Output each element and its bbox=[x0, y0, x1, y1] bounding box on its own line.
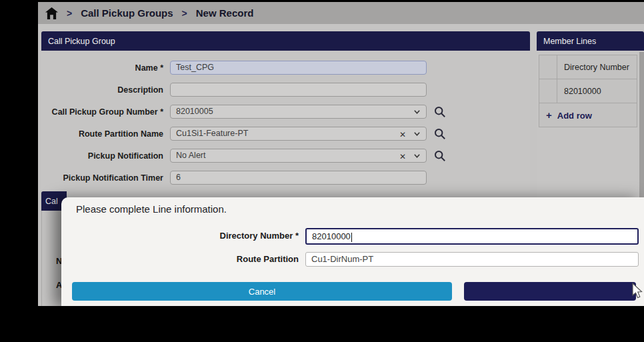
field-label: Pickup Notification Timer bbox=[41, 173, 163, 183]
scrollbar[interactable] bbox=[639, 52, 644, 199]
form-row-pickup-notification: Pickup Notification No Alert ✕ bbox=[41, 149, 530, 163]
field-label: Call Pickup Group Number * bbox=[41, 107, 163, 117]
search-icon[interactable] bbox=[434, 150, 446, 162]
member-lines-table: Directory Number 82010000 +Add row bbox=[539, 55, 637, 127]
field-label: Pickup Notification bbox=[41, 151, 163, 161]
clear-x-icon[interactable]: ✕ bbox=[399, 151, 406, 163]
chevron-down-icon[interactable] bbox=[413, 152, 421, 159]
screenshot-stage: > Call Pickup Groups > New Record Call P… bbox=[0, 0, 644, 342]
clear-x-icon[interactable]: ✕ bbox=[399, 129, 406, 141]
description-input[interactable] bbox=[170, 83, 427, 97]
call-pickup-group-panel: Call Pickup Group Name * Test_CPG Descri… bbox=[41, 31, 530, 191]
breadcrumb-item-new-record: New Record bbox=[196, 7, 254, 19]
row-selector-cell[interactable] bbox=[539, 79, 557, 103]
form-row-name: Name * Test_CPG bbox=[41, 61, 530, 75]
directory-number-cell[interactable]: 82010000 bbox=[557, 79, 637, 103]
table-row[interactable]: 82010000 bbox=[539, 79, 637, 103]
add-row-button[interactable]: +Add row bbox=[539, 103, 637, 127]
member-lines-body: Directory Number 82010000 +Add row bbox=[537, 51, 644, 199]
breadcrumb-item-call-pickup-groups[interactable]: Call Pickup Groups bbox=[81, 7, 173, 19]
dialog-message: Please complete Line information. bbox=[76, 203, 227, 215]
text-cursor bbox=[351, 233, 353, 242]
name-input[interactable]: Test_CPG bbox=[170, 61, 427, 75]
form-row-description: Description bbox=[41, 83, 530, 97]
breadcrumb: > Call Pickup Groups > New Record bbox=[38, 2, 644, 24]
search-icon[interactable] bbox=[434, 128, 446, 140]
route-partition-label: Route Partition bbox=[61, 254, 299, 264]
member-lines-panel: Member Lines Directory Number 82010000 +… bbox=[537, 31, 644, 199]
directory-number-label: Directory Number * bbox=[61, 231, 299, 241]
breadcrumb-separator: > bbox=[67, 8, 72, 19]
plus-icon: + bbox=[546, 109, 552, 121]
pickup-notification-timer-input[interactable]: 6 bbox=[170, 171, 427, 185]
field-label: Name * bbox=[41, 63, 163, 73]
form-row-pickup-notification-timer: Pickup Notification Timer 6 bbox=[41, 171, 530, 185]
line-information-dialog: Please complete Line information. Direct… bbox=[61, 197, 644, 306]
field-label: Route Partition Name bbox=[41, 129, 163, 139]
route-partition-input[interactable]: Cu1-DirNum-PT bbox=[305, 252, 639, 267]
chevron-down-icon[interactable] bbox=[413, 108, 421, 115]
primary-button[interactable] bbox=[464, 282, 636, 301]
home-icon[interactable] bbox=[45, 7, 58, 19]
form-row-cpg-number: Call Pickup Group Number * 82010005 bbox=[41, 105, 530, 119]
column-header-directory-number: Directory Number bbox=[557, 55, 637, 79]
directory-number-input[interactable]: 82010000 bbox=[305, 228, 639, 245]
panel-title: Member Lines bbox=[537, 31, 644, 51]
chevron-down-icon[interactable] bbox=[413, 130, 421, 137]
route-partition-dropdown[interactable]: Cu1Si1-Feature-PT ✕ bbox=[170, 127, 427, 141]
pickup-notification-dropdown[interactable]: No Alert ✕ bbox=[170, 149, 427, 163]
cancel-button[interactable]: Cancel bbox=[72, 282, 452, 301]
panel-title: Call Pickup Group bbox=[41, 31, 530, 51]
search-icon[interactable] bbox=[434, 106, 446, 118]
call-pickup-group-form: Name * Test_CPG Description Call Pickup … bbox=[41, 51, 530, 191]
form-row-route-partition: Route Partition Name Cu1Si1-Feature-PT ✕ bbox=[41, 127, 530, 141]
row-selector-cell bbox=[539, 55, 557, 79]
field-label: Description bbox=[41, 85, 163, 95]
mouse-cursor-icon bbox=[631, 283, 643, 300]
table-header-row: Directory Number bbox=[539, 55, 637, 79]
cpg-number-dropdown[interactable]: 82010005 bbox=[170, 105, 427, 119]
breadcrumb-separator: > bbox=[182, 8, 187, 19]
